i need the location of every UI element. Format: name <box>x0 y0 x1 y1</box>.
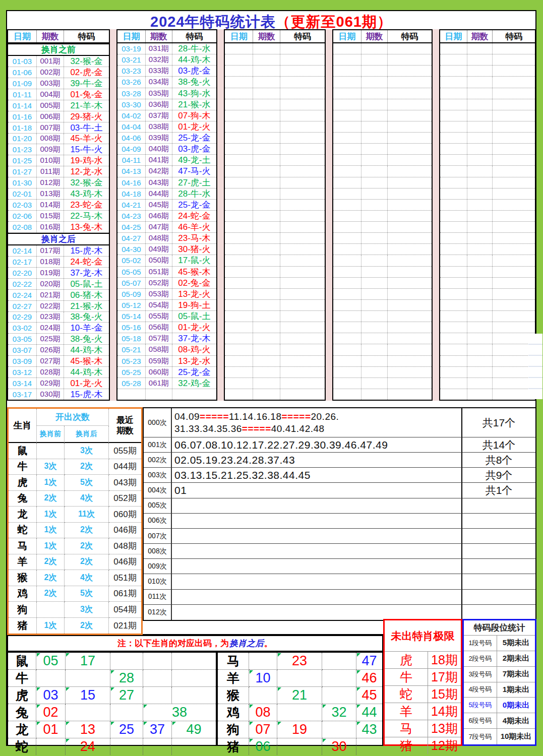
recent-period-header: 最近 期数 <box>109 409 141 443</box>
number-cell: 17 <box>66 653 110 670</box>
number-run: 06.07.08.10.12.17.22.27.29.30.39.46.47.4… <box>174 439 388 451</box>
code-cell <box>280 278 325 288</box>
count-after-cell: 3次 <box>65 443 109 459</box>
period-cell <box>467 43 493 54</box>
empty-row <box>333 66 432 77</box>
date-cell <box>225 177 253 188</box>
period-cell: 006期 <box>36 111 64 122</box>
code-cell <box>387 389 432 400</box>
date-cell <box>333 66 361 76</box>
segment-label: 7段号码 <box>464 729 497 744</box>
lottery-row: 01-09003期39-牛-金 <box>8 78 109 89</box>
frequency-line: 04.09=====11.14.16.18=====20.26. <box>174 411 461 422</box>
lottery-row: 02-03014期23-蛇-金 <box>8 200 109 211</box>
date-cell <box>333 333 361 344</box>
date-cell <box>117 389 145 400</box>
empty-row <box>440 322 535 333</box>
empty-row <box>225 166 325 177</box>
date-cell: 04-21 <box>117 200 145 210</box>
lottery-row: 03-09027期45-猴-木 <box>8 356 109 367</box>
period-cell <box>467 200 493 210</box>
empty-row <box>440 300 535 311</box>
code-cell <box>387 211 432 221</box>
code-cell <box>387 88 432 99</box>
code-cell: 22-马-木 <box>64 211 109 221</box>
lottery-row: 02-17018期24-蛇-金 <box>8 257 109 268</box>
code-cell <box>280 300 325 310</box>
recent-period-cell: 054期 <box>109 602 141 618</box>
lottery-row: 03-05025期38-兔-火 <box>8 334 109 345</box>
code-cell: 08-鸡-火 <box>172 344 216 355</box>
number-cell: 47 <box>356 653 382 670</box>
date-cell <box>225 278 253 288</box>
column-header-code: 特码 <box>492 30 535 42</box>
period-cell <box>361 188 388 199</box>
number-cell: 10 <box>249 670 277 687</box>
code-cell: 43-鸡-木 <box>64 188 109 199</box>
period-cell <box>361 166 388 176</box>
date-cell <box>333 88 361 99</box>
code-cell <box>387 43 432 54</box>
date-cell: 01-11 <box>8 89 36 100</box>
code-cell <box>387 166 432 176</box>
empty-row <box>440 166 535 177</box>
code-cell: 02-虎-金 <box>64 67 109 78</box>
number-cell: 19 <box>277 721 322 738</box>
period-cell: 026期 <box>36 345 64 355</box>
number-cell <box>110 738 143 755</box>
count-after-cell: 3次 <box>65 602 109 618</box>
code-cell <box>492 278 535 288</box>
number-cell: 05 <box>36 653 66 670</box>
date-cell <box>333 389 361 400</box>
number-cell <box>322 653 356 670</box>
period-cell: 049期 <box>145 244 172 255</box>
lottery-row: 02-14017期15-虎-木 <box>8 245 109 257</box>
code-cell: 32-猴-金 <box>64 56 109 67</box>
limit-periods: 17期 <box>428 669 461 686</box>
period-cell: 029期 <box>36 378 64 389</box>
period-cell: 043期 <box>145 177 172 188</box>
period-cell: 022期 <box>36 301 64 311</box>
code-cell: 38-兔-火 <box>172 77 216 87</box>
frequency-count <box>462 559 535 574</box>
limit-periods: 14期 <box>428 703 461 720</box>
zodiac-name: 牛 <box>8 670 36 687</box>
period-cell: 020期 <box>36 279 64 289</box>
frequency-count <box>462 514 535 529</box>
period-cell <box>253 77 279 87</box>
code-cell <box>387 378 432 389</box>
empty-row <box>333 311 432 322</box>
segment-stats-title: 特码段位统计 <box>464 620 535 636</box>
period-group: 日期期数特码换肖之前01-03001期32-猴-金01-06002期02-虎-金… <box>7 29 110 401</box>
date-cell: 05-18 <box>117 333 145 344</box>
empty-row <box>440 244 535 255</box>
period-cell: 018期 <box>36 257 64 267</box>
count-before-cell: 1次 <box>37 523 65 539</box>
date-cell: 04-11 <box>117 155 145 165</box>
empty-row <box>333 278 432 289</box>
lottery-row: 04-30049期30-猪-火 <box>117 244 216 255</box>
number-run: 04.09 <box>174 411 200 422</box>
lottery-row: 04-04038期01-龙-火 <box>117 121 216 133</box>
number-cell: 25 <box>110 721 143 738</box>
empty-row <box>440 333 535 344</box>
date-cell: 02-20 <box>8 268 36 278</box>
frequency-numbers <box>172 574 462 589</box>
empty-row <box>440 77 535 88</box>
number-cell: 44 <box>356 704 382 721</box>
period-cell <box>361 211 388 221</box>
code-cell <box>280 99 325 110</box>
period-cell <box>253 121 279 132</box>
date-cell <box>225 110 253 121</box>
empty-row <box>440 356 535 367</box>
code-cell <box>387 200 432 210</box>
code-cell <box>280 121 325 132</box>
date-cell <box>333 378 361 389</box>
code-cell <box>492 88 535 99</box>
page-title-main: 2024年特码统计表 <box>150 14 276 30</box>
date-cell: 03-21 <box>117 54 145 65</box>
period-cell <box>467 367 493 377</box>
lottery-row: 03-23033期03-虎-金 <box>117 66 216 77</box>
code-cell <box>387 177 432 188</box>
count-before-cell: 1次 <box>37 507 65 523</box>
